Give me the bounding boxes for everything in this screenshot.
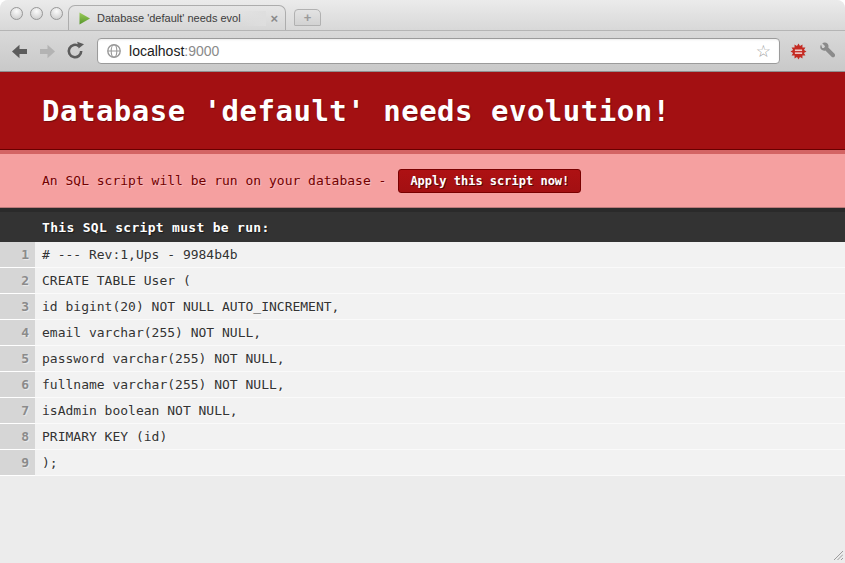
back-arrow-icon [10, 43, 29, 60]
red-badge-extension-icon[interactable] [790, 43, 807, 60]
line-text: isAdmin boolean NOT NULL, [35, 398, 845, 424]
line-text: # --- Rev:1,Ups - 9984b4b [35, 242, 845, 268]
line-number: 5 [0, 346, 35, 372]
back-button[interactable] [8, 39, 32, 63]
sql-script-block: 1 # --- Rev:1,Ups - 9984b4b 2 CREATE TAB… [0, 242, 845, 476]
tab-title: Database 'default' needs evol [97, 11, 266, 26]
code-line-row: 9 ); [0, 450, 845, 476]
code-line-row: 1 # --- Rev:1,Ups - 9984b4b [0, 242, 845, 268]
code-line-row: 3 id bigint(20) NOT NULL AUTO_INCREMENT, [0, 294, 845, 320]
page-content: Database 'default' needs evolution! An S… [0, 72, 845, 562]
evolution-banner: An SQL script will be run on your databa… [0, 150, 845, 208]
page-title: Database 'default' needs evolution! [42, 94, 671, 128]
browser-toolbar: localhost:9000 ☆ [0, 30, 845, 72]
url-text[interactable]: localhost:9000 [129, 43, 756, 59]
forward-button[interactable] [36, 39, 60, 63]
reload-button[interactable] [63, 39, 87, 63]
minimize-window-button[interactable] [30, 7, 43, 20]
play-framework-favicon-icon [78, 12, 91, 25]
line-text: fullname varchar(255) NOT NULL, [35, 372, 845, 398]
line-text: ); [35, 450, 845, 476]
code-line-row: 5 password varchar(255) NOT NULL, [0, 346, 845, 372]
script-bar: This SQL script must be run: [0, 208, 845, 242]
reload-icon [65, 41, 85, 61]
wrench-icon[interactable] [819, 42, 837, 60]
line-number: 4 [0, 320, 35, 346]
line-number: 6 [0, 372, 35, 398]
line-number: 2 [0, 268, 35, 294]
title-bar: Database 'default' needs evol × + [0, 0, 845, 30]
code-line-row: 2 CREATE TABLE User ( [0, 268, 845, 294]
tab-title-fade [240, 11, 266, 26]
line-text: id bigint(20) NOT NULL AUTO_INCREMENT, [35, 294, 845, 320]
window-resize-grip-icon[interactable] [831, 548, 843, 560]
line-number: 7 [0, 398, 35, 424]
script-bar-label: This SQL script must be run: [42, 220, 270, 235]
line-text: email varchar(255) NOT NULL, [35, 320, 845, 346]
globe-icon [106, 43, 122, 59]
zoom-window-button[interactable] [50, 7, 63, 20]
new-tab-button[interactable]: + [294, 9, 321, 26]
line-number: 8 [0, 424, 35, 450]
apply-script-button[interactable]: Apply this script now! [398, 169, 581, 193]
code-line-row: 6 fullname varchar(255) NOT NULL, [0, 372, 845, 398]
tab-close-icon[interactable]: × [270, 12, 278, 25]
code-line-row: 4 email varchar(255) NOT NULL, [0, 320, 845, 346]
address-bar[interactable]: localhost:9000 ☆ [97, 38, 780, 64]
forward-arrow-icon [38, 43, 57, 60]
line-text: password varchar(255) NOT NULL, [35, 346, 845, 372]
line-number: 1 [0, 242, 35, 268]
line-text: PRIMARY KEY (id) [35, 424, 845, 450]
browser-window: Database 'default' needs evol × + [0, 0, 845, 563]
line-number: 9 [0, 450, 35, 476]
code-line-row: 7 isAdmin boolean NOT NULL, [0, 398, 845, 424]
banner-message: An SQL script will be run on your databa… [42, 173, 386, 188]
code-line-row: 8 PRIMARY KEY (id) [0, 424, 845, 450]
line-number: 3 [0, 294, 35, 320]
browser-tab[interactable]: Database 'default' needs evol × [68, 5, 286, 30]
error-header: Database 'default' needs evolution! [0, 72, 845, 150]
bookmark-star-icon[interactable]: ☆ [756, 43, 771, 60]
window-controls [10, 7, 63, 20]
line-text: CREATE TABLE User ( [35, 268, 845, 294]
close-window-button[interactable] [10, 7, 23, 20]
